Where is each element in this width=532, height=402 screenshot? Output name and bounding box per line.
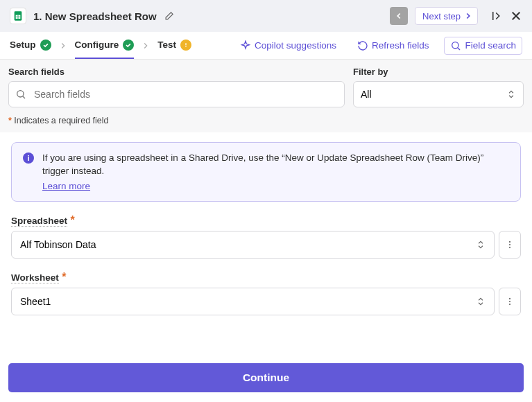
- body-area: i If you are using a spreadsheet in a Sh…: [0, 132, 532, 353]
- filter-by-label: Filter by: [353, 67, 524, 77]
- warn-badge-icon: [180, 40, 191, 51]
- footer: Continue: [0, 353, 532, 402]
- filter-row: Search fields Filter by All: [0, 60, 532, 116]
- svg-point-16: [509, 298, 510, 299]
- tab-configure-label: Configure: [75, 40, 119, 50]
- next-step-button[interactable]: Next step: [415, 7, 478, 25]
- chevron-right-icon: [141, 41, 151, 51]
- svg-point-7: [185, 46, 187, 47]
- tab-setup-label: Setup: [10, 40, 36, 50]
- worksheet-value: Sheet1: [20, 296, 51, 307]
- next-step-label: Next step: [422, 11, 461, 21]
- filter-by-select[interactable]: All: [353, 81, 524, 107]
- refresh-fields-button[interactable]: Refresh fields: [352, 37, 435, 54]
- worksheet-select[interactable]: Sheet1: [11, 288, 495, 315]
- expand-icon[interactable]: [490, 10, 503, 22]
- svg-point-15: [509, 247, 510, 248]
- spreadsheet-select[interactable]: Alf Tobinson Data: [11, 231, 495, 259]
- filter-by-value: All: [361, 89, 372, 100]
- google-sheets-icon: [10, 8, 26, 24]
- tab-test[interactable]: Test: [157, 33, 191, 59]
- tabs-row: Setup Configure Test Copilot sugg: [0, 32, 532, 60]
- info-callout: i If you are using a spreadsheet in a Sh…: [11, 142, 521, 202]
- svg-line-10: [458, 47, 460, 49]
- svg-line-12: [23, 96, 25, 98]
- svg-point-17: [509, 301, 510, 302]
- chevron-right-icon: [58, 41, 68, 51]
- continue-button[interactable]: Continue: [8, 363, 524, 392]
- tab-setup[interactable]: Setup: [10, 33, 51, 59]
- learn-more-link[interactable]: Learn more: [42, 181, 90, 191]
- header-bar: 1. New Spreadsheet Row Next step: [0, 0, 532, 32]
- copilot-label: Copilot suggestions: [255, 40, 336, 51]
- edit-title-icon[interactable]: [164, 11, 174, 21]
- svg-point-9: [452, 42, 458, 48]
- info-text: If you are using a spreadsheet in a Shar…: [42, 152, 509, 178]
- check-badge-icon: [40, 40, 51, 51]
- spreadsheet-value: Alf Tobinson Data: [20, 239, 96, 250]
- svg-point-11: [17, 91, 24, 97]
- required-note: * Indicates a required field: [0, 116, 532, 132]
- asterisk-icon: *: [62, 271, 66, 283]
- close-icon[interactable]: [510, 10, 522, 22]
- svg-point-13: [509, 241, 510, 243]
- tab-configure[interactable]: Configure: [75, 33, 135, 59]
- prev-step-button[interactable]: [390, 7, 408, 25]
- tab-test-label: Test: [157, 40, 176, 50]
- page-title: 1. New Spreadsheet Row: [33, 10, 157, 22]
- svg-rect-8: [185, 43, 186, 45]
- worksheet-label: Worksheet: [11, 272, 59, 283]
- asterisk-icon: *: [71, 214, 75, 226]
- search-fields-input[interactable]: [8, 81, 345, 107]
- refresh-label: Refresh fields: [372, 40, 429, 51]
- search-icon: [15, 89, 26, 100]
- spreadsheet-options-button[interactable]: [499, 231, 521, 259]
- field-search-button[interactable]: Field search: [444, 37, 522, 55]
- copilot-suggestions-button[interactable]: Copilot suggestions: [234, 37, 342, 54]
- sort-icon: [506, 89, 516, 99]
- worksheet-options-button[interactable]: [499, 288, 521, 315]
- sort-icon: [476, 240, 486, 250]
- svg-point-14: [509, 244, 510, 245]
- svg-point-18: [509, 304, 510, 305]
- sort-icon: [476, 297, 486, 306]
- field-search-label: Field search: [465, 40, 516, 51]
- info-icon: i: [23, 152, 34, 164]
- asterisk-icon: *: [8, 116, 12, 125]
- check-badge-icon: [123, 40, 134, 51]
- spreadsheet-label: Spreadsheet: [11, 216, 67, 227]
- search-fields-label: Search fields: [8, 67, 345, 77]
